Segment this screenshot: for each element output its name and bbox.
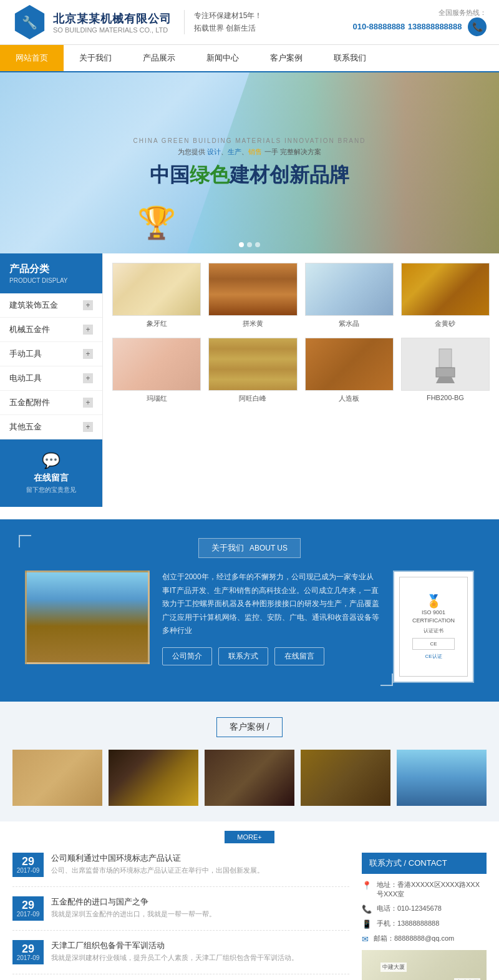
about-title-en: ABOUT US <box>250 544 288 552</box>
news-title[interactable]: 公司顺利通过中国环境标志产品认证 <box>51 853 264 864</box>
hero-dots <box>239 242 260 247</box>
dot3[interactable] <box>255 242 260 247</box>
news-section: MORE+ 29 2017-09 公司顺利通过中国环境标志产品认证 公司、出席监… <box>0 821 499 980</box>
main-nav: 网站首页 关于我们 产品展示 新闻中心 客户案例 联系我们 <box>0 45 499 72</box>
about-btn-contact[interactable]: 联系方式 <box>218 647 268 665</box>
svg-rect-1 <box>436 368 455 377</box>
contact-map[interactable]: 中建大厦 中建大厦 大方产业基地 百度 <box>362 950 487 980</box>
dot1[interactable] <box>239 242 244 247</box>
product-name: FHB200-BG <box>401 394 490 401</box>
nav-item-cases[interactable]: 客户案例 <box>254 45 318 71</box>
nav-item-news[interactable]: 新闻中心 <box>191 45 254 71</box>
news-year: 2017-09 <box>16 867 41 874</box>
plus-icon: + <box>83 373 93 383</box>
slogan-line1: 专注环保建材15年！ <box>194 10 262 22</box>
about-btn-message[interactable]: 在线留言 <box>274 647 324 665</box>
news-content: 天津工厂组织包备骨干军训活动 我就是深圳建材行业领域，提升员工个人素质，天津工厂… <box>51 940 298 963</box>
logo-icon: 🔧 <box>12 5 47 39</box>
about-content: 创立于2000年，经过多年的不懈努力，公司现已成为一家专业从事IT产品开发、生产… <box>25 571 474 683</box>
news-desc: 我就是深圳五金配件的进出口，我就是一帮一帮一帮。 <box>51 909 216 919</box>
sidebar-item-manual[interactable]: 手动工具 + <box>0 342 102 366</box>
dot2[interactable] <box>247 242 252 247</box>
sidebar-item-machine[interactable]: 机械五金件 + <box>0 318 102 342</box>
company-name-en: SO BUILDING MATERIALS CO., LTD <box>53 26 172 34</box>
logo-text: 北京某某机械有限公司 SO BUILDING MATERIALS CO., LT… <box>53 11 172 34</box>
product-bamboo[interactable]: 阿旺白峰 <box>208 338 297 403</box>
about-btn-intro[interactable]: 公司简介 <box>162 647 212 665</box>
case-item-1[interactable] <box>12 750 102 806</box>
plus-icon: + <box>83 300 93 310</box>
corner-decoration-tl <box>19 535 31 547</box>
nav-item-about[interactable]: 关于我们 <box>64 45 127 71</box>
hero-banner: CHINA GREEN BUILDING MATERIALS INNOVATIO… <box>0 72 499 253</box>
product-name: 紫水晶 <box>305 319 394 328</box>
svg-marker-2 <box>436 377 455 383</box>
about-text-area: 创立于2000年，经过多年的不懈努力，公司现已成为一家专业从事IT产品开发、生产… <box>162 571 380 665</box>
news-year: 2017-09 <box>16 911 41 918</box>
product-gold[interactable]: 金黄砂 <box>401 263 490 328</box>
product-thumb-gold <box>401 263 490 316</box>
news-date-box: 29 2017-09 <box>12 853 44 877</box>
products-row2: 玛瑙红 阿旺白峰 人造板 FHB200-BG <box>112 338 490 403</box>
product-name: 拼米黄 <box>208 319 297 328</box>
plus-icon: + <box>83 422 93 432</box>
svg-rect-0 <box>439 349 452 368</box>
about-buttons: 公司简介 联系方式 在线留言 <box>162 647 380 665</box>
news-title[interactable]: 五金配件的进口与国产之争 <box>51 896 216 908</box>
email-text: 邮箱：88888888@qq.com <box>374 934 454 943</box>
cases-title-box: 客户案例 / <box>12 717 487 737</box>
map-label-1: 中建大厦 <box>380 963 407 972</box>
product-wood1[interactable]: 拼米黄 <box>208 263 297 328</box>
hotline-label: 全国服务热线： <box>352 8 487 17</box>
case-item-4[interactable] <box>301 750 390 806</box>
case-item-3[interactable] <box>205 750 294 806</box>
news-day: 29 <box>16 856 41 867</box>
corner-decoration-br <box>380 674 393 686</box>
cert-logo-icon: 🏅 <box>426 594 442 609</box>
about-building-image <box>25 571 150 664</box>
more-button[interactable]: MORE+ <box>225 831 274 843</box>
hero-tagline: 为您提供 设计、生产、销售 一手 完整解决方案 <box>133 147 366 157</box>
sidebar-item-other[interactable]: 其他五金 + <box>0 415 102 439</box>
mobile-text: 手机：13888888888 <box>377 919 439 928</box>
product-name: 象牙红 <box>112 319 201 328</box>
sidebar-header: 产品分类 PRODUCT DISPLAY <box>0 253 102 293</box>
trophy-icon: 🏆 <box>137 205 176 241</box>
products-section: 产品分类 PRODUCT DISPLAY 建筑装饰五金 + 机械五金件 + 手动… <box>0 253 499 519</box>
logo-area: 🔧 北京某某机械有限公司 SO BUILDING MATERIALS CO., … <box>12 5 262 39</box>
cases-section: 客户案例 / <box>0 702 499 821</box>
nav-item-products[interactable]: 产品展示 <box>127 45 191 71</box>
nav-item-home[interactable]: 网站首页 <box>0 45 64 71</box>
cert-text: ISO 9001 CERTIFICATION 认证证书 CE CE认证 <box>412 609 455 660</box>
case-thumb-4 <box>301 750 390 806</box>
news-day: 29 <box>16 899 41 911</box>
sidebar-item-accessories[interactable]: 五金配附件 + <box>0 391 102 415</box>
cases-title: 客户案例 / <box>216 717 283 737</box>
contact-box: 联系方式 / CONTACT 📍 地址：香港XXXXX区XXXX路XXX号XXX… <box>362 853 487 980</box>
sidebar-message[interactable]: 💬 在线留言 留下您的宝贵意见 <box>0 439 102 507</box>
about-certificate: 🏅 ISO 9001 CERTIFICATION 认证证书 CE CE认证 <box>393 571 474 683</box>
product-crystal[interactable]: 紫水晶 <box>305 263 394 328</box>
product-pink[interactable]: 玛瑙红 <box>112 338 201 403</box>
product-name: 玛瑙红 <box>112 394 201 403</box>
product-marble[interactable]: 象牙红 <box>112 263 201 328</box>
news-content: 公司顺利通过中国环境标志产品认证 公司、出席监督市场的环境标志产品认证正在举行中… <box>51 853 264 875</box>
email-icon: ✉ <box>362 934 369 944</box>
cases-grid <box>12 750 487 806</box>
sidebar-item-electric[interactable]: 电动工具 + <box>0 366 102 391</box>
phone2: 138888888888 <box>408 22 462 31</box>
sidebar-item-hardware[interactable]: 建筑装饰五金 + <box>0 293 102 318</box>
news-title[interactable]: 天津工厂组织包备骨干军训活动 <box>51 940 298 951</box>
phone-icon: 📞 <box>362 904 372 914</box>
plus-icon: + <box>83 398 93 408</box>
nav-item-contact[interactable]: 联系我们 <box>318 45 382 71</box>
cert-inner: 🏅 ISO 9001 CERTIFICATION 认证证书 CE CE认证 <box>399 577 468 677</box>
map-visual: 中建大厦 中建大厦 大方产业基地 百度 <box>362 950 487 980</box>
product-tool[interactable]: FHB200-BG <box>401 338 490 403</box>
contact-title: 联系方式 / CONTACT <box>362 853 487 874</box>
product-wood2[interactable]: 人造板 <box>305 338 394 403</box>
product-name: 人造板 <box>305 394 394 403</box>
hero-brand-text: CHINA GREEN BUILDING MATERIALS INNOVATIO… <box>133 137 366 144</box>
case-item-5[interactable] <box>397 750 487 806</box>
case-item-2[interactable] <box>109 750 198 806</box>
